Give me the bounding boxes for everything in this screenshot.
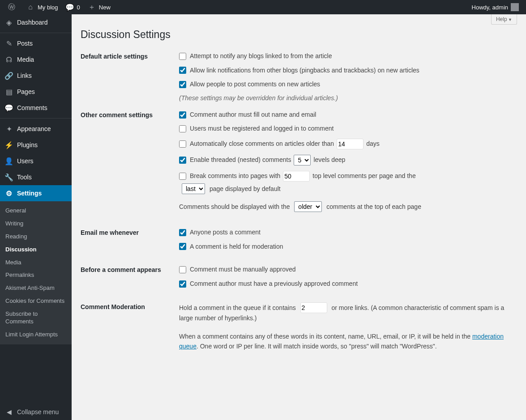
dashboard-icon: ◈ bbox=[4, 18, 13, 27]
label-auto-close-post: days bbox=[366, 140, 380, 148]
avatar bbox=[511, 3, 519, 11]
label-manual-approve: Comment must be manually approved bbox=[190, 265, 296, 274]
site-name-label: My blog bbox=[38, 4, 58, 11]
section-other-heading: Other comment settings bbox=[81, 110, 179, 119]
home-icon: ⌂ bbox=[26, 3, 35, 12]
menu-settings[interactable]: ⚙Settings bbox=[0, 185, 72, 201]
menu-links[interactable]: 🔗Links bbox=[0, 68, 72, 84]
settings-submenu: General Writing Reading Discussion Media… bbox=[0, 201, 72, 344]
section-default-heading: Default article settings bbox=[81, 52, 179, 60]
select-order[interactable]: older bbox=[294, 201, 322, 212]
label-words-post: . One word or IP per line. It will match… bbox=[197, 343, 437, 350]
sub-general[interactable]: General bbox=[0, 204, 72, 217]
settings-icon: ⚙ bbox=[4, 189, 13, 198]
sub-cookies[interactable]: Cookies for Comments bbox=[0, 295, 72, 308]
checkbox-allow-comments[interactable] bbox=[179, 81, 186, 88]
checkbox-require-reg[interactable] bbox=[179, 125, 186, 132]
menu-comments[interactable]: 💬Comments bbox=[0, 100, 72, 116]
label-order-pre: Comments should be displayed with the bbox=[179, 203, 290, 210]
menu-appearance[interactable]: ✦Appearance bbox=[0, 118, 72, 137]
comment-icon: 💬 bbox=[4, 103, 13, 112]
help-tab[interactable]: Help bbox=[491, 14, 517, 25]
menu-posts[interactable]: ✎Posts bbox=[0, 33, 72, 51]
input-hold-count[interactable] bbox=[300, 302, 327, 313]
select-threaded-levels[interactable]: 5 bbox=[294, 155, 311, 165]
checkbox-require-name[interactable] bbox=[179, 111, 186, 119]
menu-dashboard[interactable]: ◈Dashboard bbox=[0, 14, 72, 30]
label-words-pre: When a comment contains any of these wor… bbox=[179, 333, 472, 340]
label-email-held: A comment is held for moderation bbox=[190, 242, 283, 251]
sub-permalinks[interactable]: Permalinks bbox=[0, 269, 72, 282]
label-notify: Attempt to notify any blogs linked to fr… bbox=[190, 52, 332, 61]
comments-link[interactable]: 💬0 bbox=[62, 0, 84, 14]
default-note: (These settings may be overridden for in… bbox=[179, 94, 517, 102]
collapse-menu[interactable]: ◀Collapse menu bbox=[0, 404, 72, 420]
label-break-mid: top level comments per page and the bbox=[312, 172, 415, 181]
label-email-anyone: Anyone posts a comment bbox=[190, 228, 261, 237]
label-hold-pre: Hold a comment in the queue if it contai… bbox=[179, 304, 296, 311]
label-break-post: page displayed by default bbox=[210, 185, 281, 192]
checkbox-manual-approve[interactable] bbox=[179, 266, 186, 273]
menu-tools[interactable]: 🔧Tools bbox=[0, 169, 72, 185]
page-title: Discussion Settings bbox=[81, 29, 517, 41]
sub-reading[interactable]: Reading bbox=[0, 230, 72, 243]
sub-akismet[interactable]: Akismet Anti-Spam bbox=[0, 282, 72, 295]
label-prev-approved: Comment author must have a previously ap… bbox=[190, 280, 358, 288]
media-icon: ☊ bbox=[4, 55, 13, 64]
pin-icon: ✎ bbox=[4, 39, 13, 48]
label-require-reg: Users must be registered and logged in t… bbox=[190, 124, 334, 133]
sub-limitlogin[interactable]: Limit Login Attempts bbox=[0, 328, 72, 341]
label-order-post: comments at the top of each page bbox=[326, 203, 421, 210]
input-auto-close-days[interactable] bbox=[337, 139, 363, 149]
select-break-page[interactable]: last bbox=[182, 183, 205, 194]
user-icon: 👤 bbox=[4, 157, 13, 165]
sub-media[interactable]: Media bbox=[0, 256, 72, 269]
wrench-icon: 🔧 bbox=[4, 173, 13, 182]
label-threaded-post: levels deep bbox=[313, 156, 345, 165]
sub-subscribe[interactable]: Subscribe to Comments bbox=[0, 308, 72, 328]
menu-users[interactable]: 👤Users bbox=[0, 153, 72, 169]
label-break-pre: Break comments into pages with bbox=[190, 172, 280, 181]
sub-discussion[interactable]: Discussion bbox=[0, 243, 72, 256]
section-moderation-heading: Comment Moderation bbox=[81, 302, 179, 310]
admin-sidebar: ◈Dashboard ✎Posts ☊Media 🔗Links ▤Pages 💬… bbox=[0, 14, 72, 420]
plus-icon: ＋ bbox=[87, 3, 96, 12]
account-link[interactable]: Howdy, admin bbox=[468, 0, 522, 14]
menu-pages[interactable]: ▤Pages bbox=[0, 84, 72, 100]
label-require-name: Comment author must fill out name and em… bbox=[190, 110, 316, 119]
content-area: Help Discussion Settings Default article… bbox=[72, 14, 526, 420]
label-threaded-pre: Enable threaded (nested) comments bbox=[190, 156, 291, 165]
wordpress-icon: ⓦ bbox=[7, 3, 16, 12]
checkbox-threaded[interactable] bbox=[179, 157, 186, 164]
input-break-count[interactable] bbox=[283, 171, 310, 182]
checkbox-email-anyone[interactable] bbox=[179, 229, 186, 236]
sub-writing[interactable]: Writing bbox=[0, 217, 72, 230]
menu-plugins[interactable]: ⚡Plugins bbox=[0, 137, 72, 153]
checkbox-auto-close[interactable] bbox=[179, 140, 186, 148]
page-icon: ▤ bbox=[4, 87, 13, 96]
wp-logo[interactable]: ⓦ bbox=[4, 0, 22, 14]
section-email-heading: Email me whenever bbox=[81, 228, 179, 236]
checkbox-break-pages[interactable] bbox=[179, 173, 186, 180]
comments-count: 0 bbox=[77, 4, 80, 11]
section-before-heading: Before a comment appears bbox=[81, 265, 179, 273]
link-icon: 🔗 bbox=[4, 71, 13, 80]
label-auto-close-pre: Automatically close comments on articles… bbox=[190, 140, 334, 148]
new-label: New bbox=[99, 4, 111, 11]
howdy-label: Howdy, admin bbox=[472, 4, 508, 11]
collapse-icon: ◀ bbox=[4, 407, 13, 416]
plugin-icon: ⚡ bbox=[4, 140, 13, 149]
label-pingback: Allow link notifications from other blog… bbox=[190, 66, 419, 75]
comment-icon: 💬 bbox=[65, 3, 74, 12]
checkbox-pingback[interactable] bbox=[179, 67, 186, 74]
site-name-link[interactable]: ⌂My blog bbox=[22, 0, 62, 14]
menu-media[interactable]: ☊Media bbox=[0, 51, 72, 68]
brush-icon: ✦ bbox=[4, 124, 13, 133]
checkbox-notify[interactable] bbox=[179, 53, 186, 60]
admin-bar: ⓦ ⌂My blog 💬0 ＋New Howdy, admin bbox=[0, 0, 526, 14]
label-allow-comments: Allow people to post comments on new art… bbox=[190, 80, 320, 89]
checkbox-email-held[interactable] bbox=[179, 243, 186, 250]
checkbox-prev-approved[interactable] bbox=[179, 280, 186, 288]
new-content-link[interactable]: ＋New bbox=[84, 0, 114, 14]
